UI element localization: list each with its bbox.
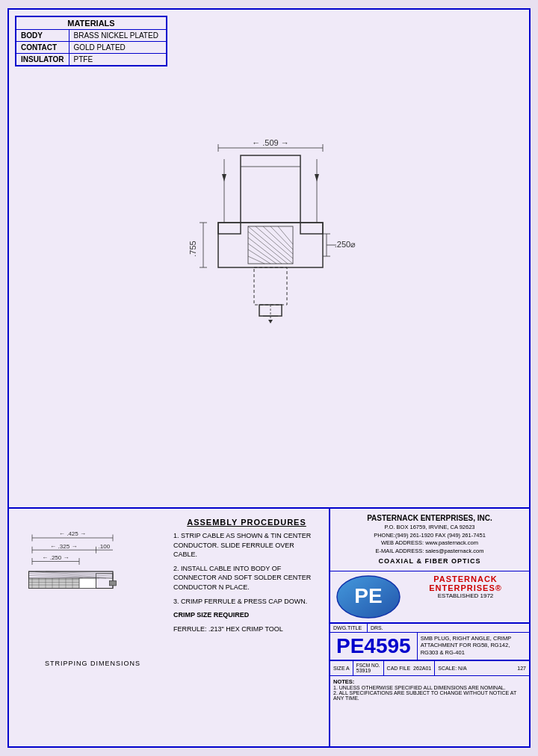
svg-rect-4 (241, 155, 300, 223)
logo-area: PE PASTERNACK ENTERPRISES® ESTABLISHED 1… (330, 571, 529, 623)
pe-logo: PE (335, 574, 402, 619)
bottom-info-row: SIZE A FSCM NO. 53919 CAD FILE 262A01 SC… (330, 660, 529, 675)
right-panel: PASTERNACK ENTERPRISES, INC. P.O. BOX 16… (330, 509, 529, 746)
svg-text:← .250 →: ← .250 → (42, 554, 69, 561)
size-cell: SIZE A (330, 661, 353, 675)
company-info: PASTERNACK ENTERPRISES, INC. P.O. BOX 16… (330, 509, 529, 571)
size-label: SIZE A (333, 666, 350, 671)
cad-label: CAD FILE (387, 666, 411, 671)
page-number: 127 (517, 666, 526, 671)
insulator-value: PTFE (69, 54, 166, 66)
assembly-step-2: 2. INSTALL CABLE INTO BODY OF CONNECTOR … (173, 564, 320, 592)
company-name: PASTERNACK ENTERPRISES, INC. (336, 513, 523, 524)
svg-rect-60 (79, 578, 96, 589)
crimp-note: CRIMP SIZE REQUIRED (173, 610, 320, 620)
stripping-diagram: ← .425 → ← .325 → .100 (18, 518, 167, 667)
bottom-section: ← .425 → ← .325 → .100 (9, 507, 529, 746)
ferrule-note: FERRULE: .213" HEX CRIMP TOOL (173, 625, 320, 634)
svg-text:.250⌀: .250⌀ (335, 240, 356, 249)
fscm-cell: FSCM NO. 53919 (353, 661, 384, 675)
svg-text:← .425 →: ← .425 → (59, 530, 86, 537)
part-number-row: PE4595 SMB PLUG, RIGHT ANGLE, CRIMP ATTA… (330, 633, 529, 660)
assembly-step-3: 3. CRIMP FERRULE & PRESS CAP DOWN. (173, 597, 320, 607)
svg-rect-62 (110, 581, 117, 586)
drs-label: DRS. (368, 624, 386, 632)
stripping-dimensions-label: STRIPPING DIMENSIONS (18, 660, 167, 667)
assembly-title: ASSEMBLY PROCEDURES (173, 518, 320, 527)
pasternack-text: PASTERNACK ENTERPRISES® (406, 574, 525, 592)
company-email: E-MAIL ADDRESS: sales@pasternack.com (336, 548, 523, 556)
contact-label: CONTACT (16, 42, 69, 54)
notes-section: NOTES: 1. UNLESS OTHERWISE SPECIFIED ALL… (330, 675, 529, 703)
fscm-value: 53919 (356, 668, 371, 673)
part-number: PE4595 (330, 633, 418, 660)
scale-cell: SCALE: N/A (435, 661, 514, 675)
svg-rect-7 (300, 223, 323, 234)
svg-rect-20 (254, 267, 287, 305)
part-description: SMB PLUG, RIGHT ANGLE, CRIMP ATTACHMENT … (418, 633, 529, 660)
svg-rect-59 (29, 578, 83, 589)
materials-header: MATERIALS (16, 17, 166, 30)
svg-text:.755: .755 (188, 241, 197, 256)
contact-value: GOLD PLATED (69, 42, 166, 54)
svg-text:← .325 →: ← .325 → (50, 543, 77, 550)
dwg-title-row: DWG.TITLE DRS. (330, 623, 529, 633)
note-1: 1. UNLESS OTHERWISE SPECIFIED ALL DIMENS… (333, 685, 526, 690)
body-value: BRASS NICKEL PLATED (69, 30, 166, 42)
technical-drawing-page: MATERIALS BODY BRASS NICKEL PLATED CONTA… (7, 8, 531, 748)
svg-line-13 (270, 226, 293, 250)
svg-line-58 (29, 575, 100, 578)
svg-text:.100: .100 (98, 543, 110, 550)
notes-title: NOTES: (333, 678, 526, 685)
svg-line-19 (248, 256, 265, 264)
company-web: WEB ADDRESS: www.pasternack.com (336, 539, 523, 548)
cad-cell: CAD FILE 262A01 (384, 661, 436, 675)
scale-label: SCALE: N/A (438, 666, 467, 671)
dwg-label: DWG.TITLE (330, 624, 368, 632)
left-panel: ← .425 → ← .325 → .100 (9, 509, 330, 746)
svg-text:PE: PE (354, 584, 382, 607)
svg-text:←  .509  →: ← .509 → (252, 138, 289, 147)
materials-table: MATERIALS BODY BRASS NICKEL PLATED CONTA… (15, 16, 167, 66)
body-label: BODY (16, 30, 69, 42)
assembly-step-1: 1. STRIP CABLE AS SHOWN & TIN CENTER CON… (173, 531, 320, 560)
svg-marker-32 (222, 174, 226, 182)
fscm-label: FSCM NO. (356, 663, 380, 668)
main-technical-drawing: ← .509 → .755 (143, 107, 398, 406)
company-phone: PHONE:(949) 261-1920 FAX (949) 261-7451 (336, 532, 523, 540)
svg-line-12 (263, 226, 293, 254)
svg-line-16 (248, 238, 282, 264)
insulator-label: INSULATOR (16, 54, 69, 66)
svg-marker-37 (268, 320, 273, 323)
svg-marker-34 (315, 174, 319, 182)
note-2: 2. ALL SPECIFICATIONS ARE SUBJECT TO CHA… (333, 690, 526, 701)
company-address: P.O. BOX 16759, IRVINE, CA 92623 (336, 524, 523, 532)
svg-line-10 (248, 226, 293, 264)
established-text: ESTABLISHED 1972 (406, 592, 525, 599)
page-cell: 127 (514, 661, 529, 675)
cad-value: 262A01 (413, 666, 431, 671)
company-subtitle: COAXIAL & FIBER OPTICS (336, 557, 523, 566)
svg-rect-6 (218, 223, 241, 234)
